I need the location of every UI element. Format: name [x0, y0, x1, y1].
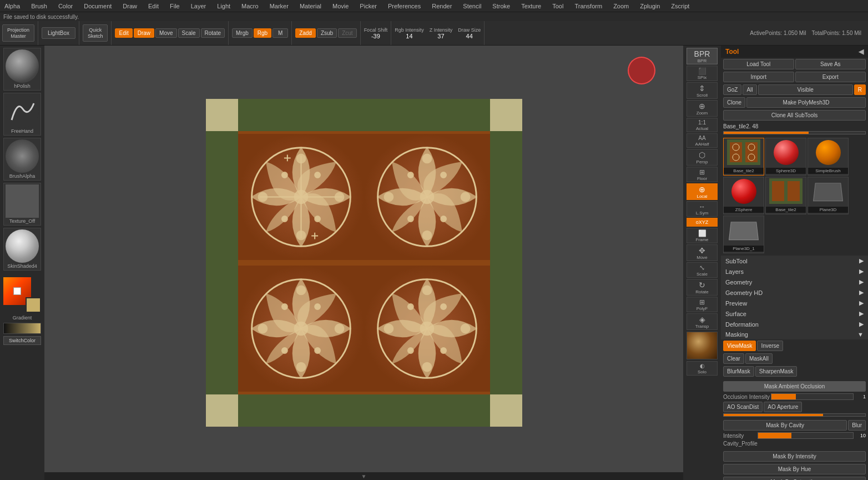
brush-item-texture[interactable]: Texture_Off [3, 183, 41, 226]
menu-item-layer[interactable]: Layer [189, 2, 209, 11]
aahalf-button[interactable]: AA AAHalf [687, 133, 718, 148]
all-button[interactable]: All [743, 84, 756, 95]
layers-section[interactable]: Layers ▶ [721, 266, 868, 277]
brush-item-freehand[interactable]: FreeHand [3, 93, 41, 136]
tool-thumb-base-tile2[interactable]: Base_tile2 [723, 138, 764, 176]
draw-button[interactable]: Draw [134, 28, 154, 38]
menu-item-render[interactable]: Render [430, 2, 454, 11]
brush-item-hpolish[interactable]: hPolish [3, 48, 41, 91]
geometry-hd-section[interactable]: Geometry HD ▶ [721, 287, 868, 298]
blur-button[interactable]: Blur [848, 420, 866, 431]
mrgb-button[interactable]: Mrgb [232, 28, 253, 38]
move-button[interactable]: Move [155, 28, 176, 38]
tool-thumb-base-tile2-2[interactable]: Base_tile2 [765, 177, 806, 214]
mask-by-hue-button[interactable]: Mask By Hue [723, 464, 866, 474]
menu-item-edit[interactable]: Edit [146, 2, 161, 11]
canvas-area[interactable]: ▼ [44, 46, 683, 480]
lightbox-button[interactable]: LightBox [42, 27, 75, 39]
scroll-button[interactable]: ⇕ Scroll [687, 82, 718, 99]
ao-scandist-button[interactable]: AO ScanDist [723, 402, 763, 412]
goz-button[interactable]: GoZ [723, 84, 741, 95]
mask-ambient-occlusion-button[interactable]: Mask Ambient Occlusion [723, 381, 866, 392]
menu-item-material[interactable]: Material [297, 2, 324, 11]
tool-thumb-plane3d[interactable]: Plane3D [808, 177, 849, 214]
geometry-section[interactable]: Geometry ▶ [721, 277, 868, 287]
surface-section[interactable]: Surface ▶ [721, 308, 868, 319]
menu-item-color[interactable]: Color [56, 2, 75, 11]
menu-item-zplugin[interactable]: Zplugin [638, 2, 662, 11]
tool-slider[interactable] [723, 131, 866, 134]
quick-sketch-button[interactable]: QuickSketch [83, 24, 108, 42]
import-button[interactable]: Import [723, 72, 794, 82]
actual-button[interactable]: 1:1 Actual [687, 118, 718, 132]
scale-button[interactable]: Scale [178, 28, 200, 38]
menu-item-light[interactable]: Light [215, 2, 233, 11]
local-button[interactable]: ⊕ Local [687, 183, 718, 200]
menu-item-alpha[interactable]: Alpha [2, 2, 22, 11]
save-as-button[interactable]: Save As [795, 59, 866, 69]
move2-button[interactable]: ✥ Move [687, 244, 718, 261]
props-collapse-icon[interactable]: ◀ [859, 48, 864, 56]
rotate2-button[interactable]: ↻ Rotate [687, 279, 718, 296]
ao-aperture-slider[interactable] [723, 413, 866, 417]
menu-item-brush[interactable]: Brush [29, 2, 49, 11]
menu-item-preferences[interactable]: Preferences [386, 2, 423, 11]
zcut-button[interactable]: Zcut [338, 28, 356, 38]
tool-thumb-sphere3d[interactable]: Sphere3D [765, 138, 806, 176]
maskall-button[interactable]: MaskAll [745, 353, 773, 364]
color-swatch-container[interactable] [3, 277, 41, 313]
menu-item-movie[interactable]: Movie [330, 2, 351, 11]
preview-section[interactable]: Preview ▶ [721, 298, 868, 308]
r-button[interactable]: R [854, 84, 866, 95]
masking-section[interactable]: Masking ▼ [721, 329, 868, 339]
menu-item-picker[interactable]: Picker [357, 2, 379, 11]
scale2-button[interactable]: ⤡ Scale [687, 262, 718, 278]
menu-item-draw[interactable]: Draw [120, 2, 139, 11]
oxyz-button[interactable]: oXYZ [687, 218, 718, 227]
menu-item-zoom[interactable]: Zoom [611, 2, 631, 11]
clone-button[interactable]: Clone [723, 97, 745, 108]
projection-master-button[interactable]: ProjectionMaster [2, 24, 34, 42]
brush-item-brushalpha[interactable]: BrushAlpha [3, 138, 41, 181]
tool-thumb-plane3d-1[interactable]: Plane3D_1 [723, 216, 764, 253]
viewmask-button[interactable]: ViewMask [723, 341, 756, 351]
switch-color-button[interactable]: SwitchColor [3, 336, 41, 345]
blurmask-button[interactable]: BlurMask [723, 366, 754, 377]
tool-thumb-simplebrush[interactable]: SimpleBrush [808, 138, 849, 176]
solo-button[interactable]: ◐ Solo [687, 361, 718, 376]
menu-item-stencil[interactable]: Stencil [461, 2, 483, 11]
zadd-button[interactable]: Zadd [295, 28, 316, 38]
mask-by-cavity-button[interactable]: Mask By Cavity [723, 420, 847, 431]
zoom-button[interactable]: ⊕ Zoom [687, 100, 718, 117]
zsub-button[interactable]: Zsub [317, 28, 337, 38]
lsym-button[interactable]: ↔ L.Sym [687, 201, 718, 217]
menu-item-tool[interactable]: Tool [550, 2, 566, 11]
floor-button[interactable]: ⊞ Floor [687, 167, 718, 182]
spix-button[interactable]: ⬛ SPix [687, 66, 718, 81]
rgb-button[interactable]: Rgb [254, 28, 271, 38]
deformation-section[interactable]: Deformation ▶ [721, 319, 868, 329]
m-button[interactable]: M [272, 28, 288, 38]
make-polymesh3d-button[interactable]: Make PolyMesh3D [746, 97, 866, 108]
sharpenmask-button[interactable]: SharpenMask [755, 366, 798, 377]
menu-item-texture[interactable]: Texture [519, 2, 543, 11]
mask-by-saturation-button[interactable]: Mask By Saturation [723, 477, 866, 480]
menu-item-macro[interactable]: Macro [239, 2, 261, 11]
frame-button[interactable]: ⬜ Frame [687, 228, 718, 243]
mask-by-intensity-button[interactable]: Mask By Intensity [723, 451, 866, 462]
occlusion-intensity-slider[interactable] [771, 393, 854, 400]
menu-item-stroke[interactable]: Stroke [490, 2, 512, 11]
canvas-scrollbar[interactable]: ▼ [44, 472, 683, 480]
clear-button[interactable]: Clear [723, 353, 744, 364]
menu-item-file[interactable]: File [168, 2, 182, 11]
intensity-slider[interactable] [758, 432, 854, 439]
menu-item-zscript[interactable]: Zscript [669, 2, 692, 11]
clone-all-subtools-button[interactable]: Clone All SubTools [723, 110, 866, 121]
subtool-section[interactable]: SubTool ▶ [721, 256, 868, 266]
persp-button[interactable]: ⬡ Persp [687, 149, 718, 166]
menu-item-marker[interactable]: Marker [268, 2, 291, 11]
load-tool-button[interactable]: Load Tool [723, 59, 794, 69]
brush-item-skinshaded[interactable]: SkinShaded4 [3, 228, 41, 271]
menu-item-transform[interactable]: Transform [572, 2, 604, 11]
polyf-button[interactable]: ⊞ PolyF [687, 297, 718, 312]
